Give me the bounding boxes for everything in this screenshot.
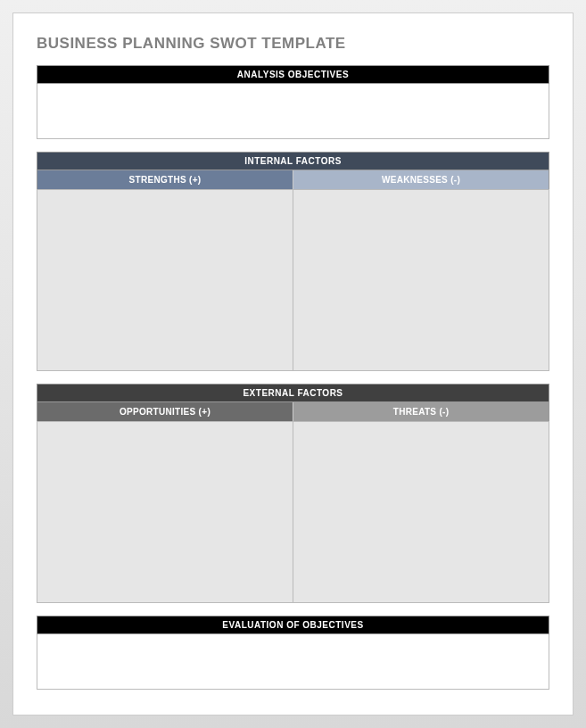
- content-evaluation-objectives[interactable]: [37, 634, 549, 690]
- subheader-row-internal: STRENGTHS (+) WEAKNESSES (-): [37, 170, 549, 189]
- document-title: BUSINESS PLANNING SWOT TEMPLATE: [37, 35, 549, 53]
- content-analysis-objectives[interactable]: [37, 84, 549, 139]
- section-external-factors: EXTERNAL FACTORS OPPORTUNITIES (+) THREA…: [37, 384, 549, 603]
- content-weaknesses[interactable]: [293, 189, 549, 371]
- header-internal-factors: INTERNAL FACTORS: [37, 152, 549, 170]
- section-internal-factors: INTERNAL FACTORS STRENGTHS (+) WEAKNESSE…: [37, 152, 549, 371]
- content-row-internal: [37, 189, 549, 371]
- document-page: BUSINESS PLANNING SWOT TEMPLATE ANALYSIS…: [12, 12, 574, 716]
- content-threats[interactable]: [293, 421, 549, 603]
- subheader-strengths: STRENGTHS (+): [37, 170, 293, 189]
- section-analysis-objectives: ANALYSIS OBJECTIVES: [37, 65, 549, 139]
- header-analysis-objectives: ANALYSIS OBJECTIVES: [37, 65, 549, 84]
- content-opportunities[interactable]: [37, 421, 293, 603]
- subheader-row-external: OPPORTUNITIES (+) THREATS (-): [37, 402, 549, 421]
- header-external-factors: EXTERNAL FACTORS: [37, 384, 549, 402]
- content-row-external: [37, 421, 549, 603]
- header-evaluation-objectives: EVALUATION OF OBJECTIVES: [37, 616, 549, 634]
- subheader-threats: THREATS (-): [293, 402, 549, 421]
- section-evaluation-objectives: EVALUATION OF OBJECTIVES: [37, 616, 549, 690]
- subheader-weaknesses: WEAKNESSES (-): [293, 170, 549, 189]
- content-strengths[interactable]: [37, 189, 293, 371]
- subheader-opportunities: OPPORTUNITIES (+): [37, 402, 293, 421]
